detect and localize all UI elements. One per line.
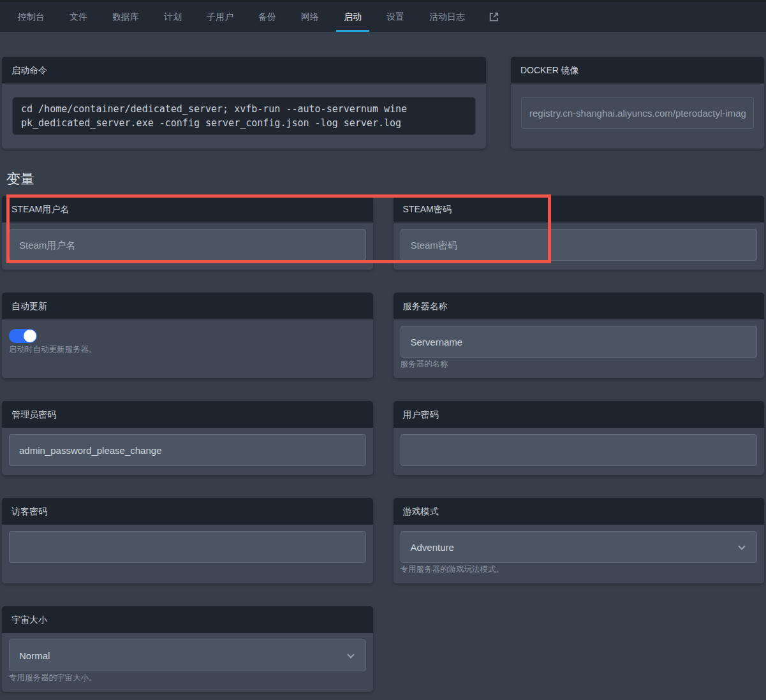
startup-command-title: 启动命令 [2, 57, 486, 84]
external-link-icon[interactable] [482, 2, 506, 32]
startup-command-card: 启动命令 cd /home/container/dedicated_server… [2, 57, 486, 149]
selected-option: Normal [19, 650, 50, 661]
tab-7[interactable]: 网络 [293, 2, 327, 32]
variables-heading: 变量 [2, 170, 764, 189]
variable-card: 访客密码 [2, 498, 373, 583]
variable-body: Normal专用服务器的宇宙大小。 [2, 633, 373, 692]
variable-card: 自动更新启动时自动更新服务器。 [2, 293, 373, 378]
variable-card: 游戏模式Adventure专用服务器的游戏玩法模式。 [394, 498, 765, 583]
variable-input[interactable] [9, 229, 366, 261]
docker-image-input [521, 97, 754, 129]
tab-10[interactable]: 活动日志 [422, 2, 473, 32]
variable-description: 专用服务器的宇宙大小。 [9, 673, 366, 683]
variable-card: STEAM用户名 [2, 196, 373, 270]
tab-2[interactable]: 文件 [62, 2, 95, 32]
nav-tabs: 控制台文件数据库计划子用户备份网络启动设置活动日志 [10, 2, 482, 32]
variable-name: 游戏模式 [394, 498, 765, 525]
variable-input[interactable] [401, 326, 758, 358]
tab-9[interactable]: 设置 [379, 2, 412, 32]
variable-name: STEAM用户名 [2, 196, 373, 222]
tab-4[interactable]: 计划 [156, 2, 189, 32]
variable-input[interactable] [9, 434, 366, 466]
chevron-down-icon [738, 543, 745, 550]
tab-8[interactable]: 启动 [336, 2, 369, 32]
variable-name: 服务器名称 [394, 293, 765, 319]
variable-name: 宇宙大小 [2, 606, 373, 633]
variable-input[interactable] [401, 434, 758, 466]
variable-body [394, 428, 765, 475]
variable-input[interactable] [9, 531, 366, 563]
variable-card: 服务器名称服务器的名称 [394, 293, 765, 378]
variable-card: STEAM密码 [394, 196, 765, 270]
variable-body [394, 222, 765, 270]
variable-body [2, 222, 373, 270]
chevron-down-icon [347, 651, 354, 658]
variable-name: 管理员密码 [2, 401, 373, 428]
variable-card: 宇宙大小Normal专用服务器的宇宙大小。 [2, 606, 373, 692]
docker-image-title: DOCKER 镜像 [511, 57, 764, 84]
variable-name: 自动更新 [2, 293, 373, 319]
selected-option: Adventure [411, 542, 454, 553]
variable-name: STEAM密码 [394, 196, 765, 222]
variable-name: 用户密码 [394, 401, 765, 428]
toggle-switch[interactable] [9, 329, 37, 343]
docker-image-card: DOCKER 镜像 [511, 57, 764, 149]
variable-body: Adventure专用服务器的游戏玩法模式。 [394, 525, 765, 583]
variable-input[interactable] [401, 229, 758, 261]
variable-name: 访客密码 [2, 498, 373, 525]
variable-card: 管理员密码 [2, 401, 373, 475]
variable-body [2, 525, 373, 583]
tab-3[interactable]: 数据库 [105, 2, 147, 32]
startup-page: 启动命令 cd /home/container/dedicated_server… [0, 57, 766, 692]
variable-body: 服务器的名称 [394, 319, 765, 378]
variable-select[interactable]: Adventure [401, 531, 758, 563]
variable-body: 启动时自动更新服务器。 [2, 319, 373, 378]
startup-command-code[interactable]: cd /home/container/dedicated_server; xvf… [12, 97, 476, 135]
nav-bar: 控制台文件数据库计划子用户备份网络启动设置活动日志 [0, 0, 766, 32]
tab-5[interactable]: 子用户 [199, 2, 241, 32]
variable-body [2, 428, 373, 475]
variable-description: 服务器的名称 [401, 360, 758, 369]
variables-grid: STEAM用户名STEAM密码自动更新启动时自动更新服务器。服务器名称服务器的名… [2, 196, 764, 692]
tab-6[interactable]: 备份 [251, 2, 284, 32]
variable-card: 用户密码 [394, 401, 765, 475]
variable-description: 启动时自动更新服务器。 [9, 345, 366, 354]
toggle-knob [24, 330, 36, 342]
variable-select[interactable]: Normal [9, 639, 366, 671]
tab-1[interactable]: 控制台 [10, 2, 52, 32]
variable-description: 专用服务器的游戏玩法模式。 [401, 565, 758, 574]
